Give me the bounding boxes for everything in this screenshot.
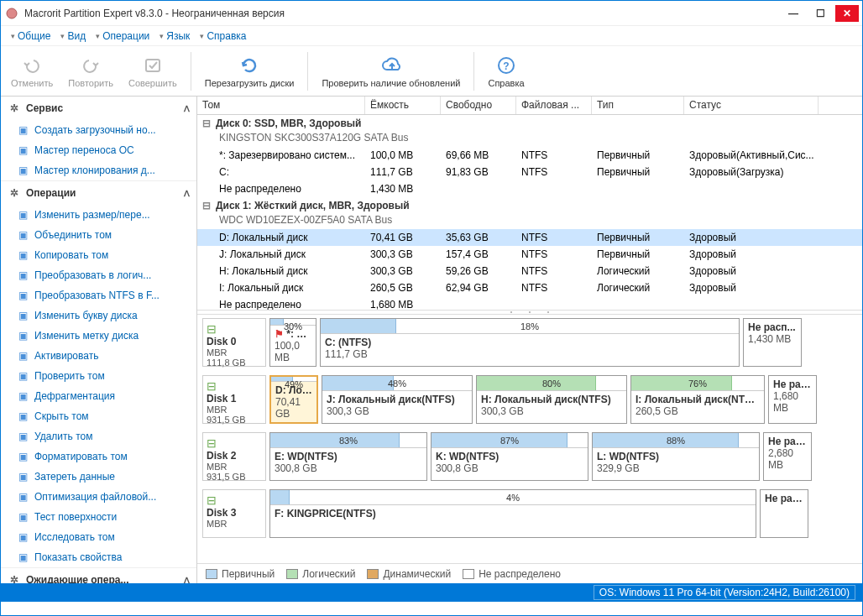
sidebar-item[interactable]: ▣Изменить размер/пере... — [1, 205, 196, 225]
sidebar-item[interactable]: ▣Копировать том — [1, 245, 196, 265]
svg-point-0 — [7, 8, 17, 18]
partition-block[interactable]: 49%D: Лока...70,41 GB — [269, 375, 318, 424]
sidebar-item[interactable]: ▣Форматировать том — [1, 446, 196, 467]
table-row[interactable]: Не распределено1,430 MB — [197, 180, 862, 197]
sidebar-item[interactable]: ▣Объединить том — [1, 225, 196, 245]
toolbar-cloud-button[interactable]: Проверить наличие обновлений — [316, 53, 465, 90]
col-header[interactable]: Статус — [684, 97, 819, 114]
toolbar-commit-button: Совершить — [123, 53, 182, 90]
legend: ПервичныйЛогическийДинамическийНе распре… — [197, 563, 862, 583]
disk-header[interactable]: ⊟Диск 0: SSD, MBR, Здоровый — [197, 115, 862, 132]
partition-block[interactable]: 76%I: Локальный диск(NTFS)260,5 GB — [630, 375, 765, 424]
close-button[interactable]: ✕ — [835, 5, 859, 22]
sidebar-item[interactable]: ▣Затереть данные — [1, 467, 196, 487]
action-icon: ▣ — [16, 530, 29, 544]
table-row[interactable]: Не распределено1,680 MB — [197, 296, 862, 310]
partition-block[interactable]: Не расп...1,680 MB — [768, 375, 817, 424]
minimize-button[interactable]: — — [782, 5, 805, 22]
diskmap-label[interactable]: ⊟Disk 0MBR111,8 GB — [202, 318, 266, 367]
partition-block[interactable]: 83%E: WD(NTFS)300,8 GB — [269, 432, 427, 481]
sidebar-item[interactable]: ▣Оптимизация файловой... — [1, 487, 196, 507]
sidebar-item[interactable]: ▣Проверить том — [1, 366, 196, 386]
partition-block[interactable]: 48%J: Локальный диск(NTFS)300,3 GB — [322, 375, 473, 424]
sidebar-item[interactable]: ▣Показать свойства — [1, 547, 196, 567]
table-row[interactable]: D: Локальный диск70,41 GB35,63 GBNTFSПер… — [197, 229, 862, 246]
disk-header[interactable]: ⊟Диск 1: Жёсткий диск, MBR, Здоровый — [197, 197, 862, 214]
action-icon: ▣ — [16, 123, 29, 137]
sidebar-item[interactable]: ▣Тест поверхности — [1, 507, 196, 527]
legend-item: Не распределено — [463, 568, 561, 580]
sidebar: ✲Сервисᐱ▣Создать загрузочный но...▣Масте… — [1, 97, 197, 583]
menu-вид[interactable]: ▾Вид — [57, 29, 89, 44]
partition-block[interactable]: 88%L: WD(NTFS)329,9 GB — [592, 432, 760, 481]
action-icon: ▣ — [16, 490, 29, 504]
diskmap-label[interactable]: ⊟Disk 2MBR931,5 GB — [202, 432, 266, 481]
col-header[interactable]: Ёмкость — [365, 97, 441, 114]
sidebar-item[interactable]: ▣Создать загрузочный но... — [1, 120, 196, 140]
sidebar-item[interactable]: ▣Изменить метку диска — [1, 326, 196, 346]
partition-block[interactable]: Не расп...1,430 MB — [743, 318, 802, 367]
sidebar-group-0[interactable]: ✲Сервисᐱ — [1, 97, 196, 120]
gear-icon: ✲ — [8, 102, 21, 115]
action-icon: ▣ — [16, 430, 29, 443]
reload-icon — [238, 55, 260, 76]
table-row[interactable]: H: Локальный диск300,3 GB59,26 GBNTFSЛог… — [197, 263, 862, 279]
partition-block[interactable]: 80%H: Локальный диск(NTFS)300,3 GB — [476, 375, 627, 424]
sidebar-item[interactable]: ▣Удалить том — [1, 426, 196, 446]
undo-icon — [21, 55, 43, 76]
help-icon: ? — [495, 55, 517, 76]
diskmap-label[interactable]: ⊟Disk 3MBR — [202, 489, 266, 538]
redo-icon — [80, 55, 102, 76]
action-icon: ▣ — [16, 369, 29, 383]
table-row[interactable]: C:111,7 GB91,83 GBNTFSПервичныйЗдоровый(… — [197, 164, 862, 180]
sidebar-item[interactable]: ▣Преобразовать NTFS в F... — [1, 285, 196, 305]
sidebar-item[interactable]: ▣Активировать — [1, 346, 196, 366]
disk-map[interactable]: ⊟Disk 0MBR111,8 GB30%⚑ *: За...100,0 MB1… — [197, 315, 862, 563]
table-row[interactable]: I: Локальный диск260,5 GB62,94 GBNTFSЛог… — [197, 279, 862, 296]
sidebar-item[interactable]: ▣Преобразовать в логич... — [1, 265, 196, 285]
col-header[interactable]: Том — [197, 97, 365, 114]
sidebar-item[interactable]: ▣Исследовать том — [1, 527, 196, 547]
maximize-button[interactable]: ☐ — [808, 5, 832, 22]
col-header[interactable]: Файловая ... — [516, 97, 592, 114]
partition-block[interactable]: 87%K: WD(NTFS)300,8 GB — [431, 432, 588, 481]
sidebar-item[interactable]: ▣Скрыть том — [1, 406, 196, 426]
sidebar-group-1[interactable]: ✲Операцииᐱ — [1, 181, 196, 205]
diskmap-row: ⊟Disk 1MBR931,5 GB49%D: Лока...70,41 GB4… — [202, 375, 857, 424]
sidebar-item[interactable]: ▣Мастер переноса ОС — [1, 140, 196, 160]
menu-общие[interactable]: ▾Общие — [8, 29, 54, 44]
partition-block[interactable]: 18%C: (NTFS)111,7 GB — [320, 318, 740, 367]
window-title: Macrorit Partition Expert v8.3.0 - Неогр… — [24, 8, 782, 19]
toolbar-reload-button[interactable]: Перезагрузить диски — [200, 53, 300, 90]
action-icon: ▣ — [16, 248, 29, 262]
table-row[interactable]: *: Зарезервировано систем...100,0 MB69,6… — [197, 147, 862, 164]
volume-list[interactable]: ⊟Диск 0: SSD, MBR, ЗдоровыйKINGSTON SKC3… — [197, 115, 862, 310]
partition-block[interactable]: Не расп...2,680 MB — [763, 432, 812, 481]
sidebar-item[interactable]: ▣Изменить букву диска — [1, 305, 196, 326]
menu-справка[interactable]: ▾Справка — [196, 29, 249, 44]
diskmap-label[interactable]: ⊟Disk 1MBR931,5 GB — [202, 375, 266, 424]
toolbar-undo-button: Отменить — [6, 53, 58, 90]
table-row[interactable]: J: Локальный диск300,3 GB157,4 GBNTFSПер… — [197, 246, 862, 263]
titlebar: Macrorit Partition Expert v8.3.0 - Неогр… — [1, 1, 862, 26]
partition-block[interactable]: 4%F: KINGPRICE(NTFS) — [269, 489, 756, 538]
sidebar-item[interactable]: ▣Дефрагментация — [1, 386, 196, 406]
partition-block[interactable]: Не расп... — [760, 489, 808, 538]
menu-язык[interactable]: ▾Язык — [156, 29, 193, 44]
legend-item: Логический — [286, 568, 355, 580]
sidebar-group-2[interactable]: ✲Ожидающие опера...ᐱ — [1, 568, 196, 583]
toolbar-help-button[interactable]: ?Справка — [483, 53, 529, 90]
col-header[interactable]: Тип — [592, 97, 684, 114]
menu-операции[interactable]: ▾Операции — [92, 29, 153, 44]
diskmap-row: ⊟Disk 2MBR931,5 GB83%E: WD(NTFS)300,8 GB… — [202, 432, 857, 481]
partition-block[interactable]: 30%⚑ *: За...100,0 MB — [269, 318, 316, 367]
diskmap-row: ⊟Disk 0MBR111,8 GB30%⚑ *: За...100,0 MB1… — [202, 318, 857, 367]
col-header[interactable]: Свободно — [441, 97, 516, 114]
action-icon: ▣ — [16, 269, 29, 282]
action-icon: ▣ — [16, 228, 29, 242]
legend-item: Динамический — [367, 568, 451, 580]
action-icon: ▣ — [16, 551, 29, 564]
statusbar: OS: Windows 11 Pro 64-bit (Version:24H2,… — [1, 583, 862, 602]
toolbar: ОтменитьПовторитьСовершитьПерезагрузить … — [1, 46, 862, 97]
sidebar-item[interactable]: ▣Мастер клонирования д... — [1, 160, 196, 180]
